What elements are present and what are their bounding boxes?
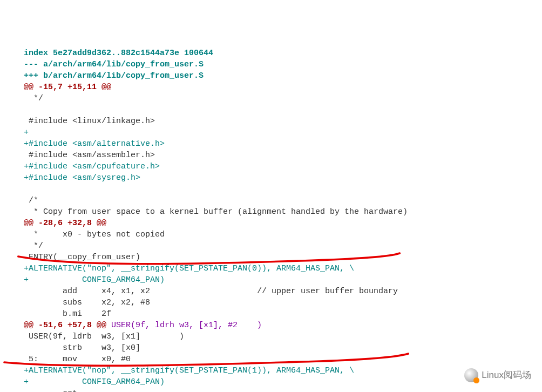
watermark: Linux阅码场	[464, 368, 531, 382]
code-line: b.mi 2f	[0, 308, 542, 320]
code-line: */	[0, 240, 542, 252]
code-line: index 5e27add9d362..882c1544a73e 100644	[0, 48, 542, 59]
code-line: */	[0, 93, 542, 104]
code-line: #include <asm/assembler.h>	[0, 150, 542, 161]
code-line: --- a/arch/arm64/lib/copy_from_user.S	[0, 59, 542, 70]
watermark-text: Linux阅码场	[482, 369, 531, 382]
code-line: +ALTERNATIVE("nop", __stringify(SET_PSTA…	[0, 263, 542, 274]
code-line: + CONFIG_ARM64_PAN)	[0, 274, 542, 286]
code-line	[0, 184, 542, 195]
code-line: ret	[0, 388, 542, 392]
code-line: @@ -15,7 +15,11 @@	[0, 82, 542, 93]
wechat-avatar-icon	[464, 368, 478, 382]
code-line: subs x2, x2, #8	[0, 297, 542, 308]
code-line: @@ -51,6 +57,8 @@ USER(9f, ldrh w3, [x1]…	[0, 320, 542, 331]
code-line: 5: mov x0, #0	[0, 354, 542, 365]
code-line: +#include <asm/cpufeature.h>	[0, 161, 542, 172]
code-line: +#include <asm/sysreg.h>	[0, 172, 542, 184]
code-line: USER(9f, ldrb w3, [x1] )	[0, 331, 542, 342]
code-line: * Copy from user space to a kernel buffe…	[0, 206, 542, 218]
code-line: strb w3, [x0]	[0, 342, 542, 354]
code-line: /*	[0, 195, 542, 206]
code-line: add x4, x1, x2 // upper user buffer boun…	[0, 286, 542, 297]
code-line: +ALTERNATIVE("nop", __stringify(SET_PSTA…	[0, 365, 542, 376]
code-line: +	[0, 127, 542, 138]
diff-code-block: index 5e27add9d362..882c1544a73e 100644-…	[0, 48, 542, 392]
code-line: +++ b/arch/arm64/lib/copy_from_user.S	[0, 70, 542, 82]
code-line: + CONFIG_ARM64_PAN)	[0, 376, 542, 388]
code-line: @@ -28,6 +32,8 @@	[0, 218, 542, 229]
code-line	[0, 104, 542, 116]
code-line: #include <linux/linkage.h>	[0, 116, 542, 127]
code-line: +#include <asm/alternative.h>	[0, 138, 542, 150]
code-line: ENTRY(__copy_from_user)	[0, 252, 542, 263]
code-line: * x0 - bytes not copied	[0, 229, 542, 240]
